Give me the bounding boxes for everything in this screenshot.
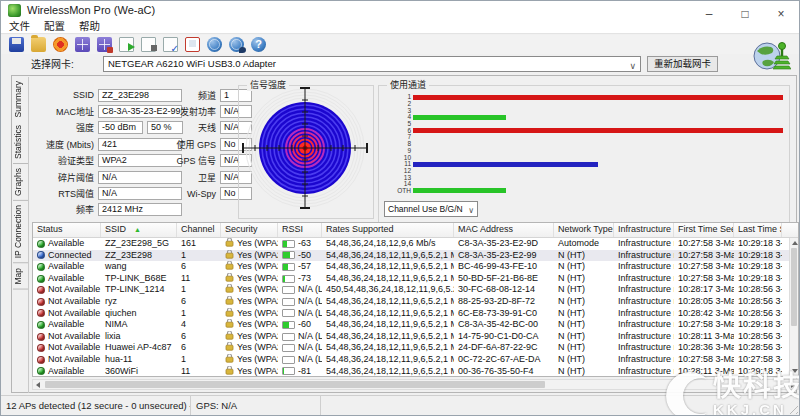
cell-network-type: N (HT) <box>554 331 614 343</box>
reload-adapter-button[interactable]: 重新加载网卡 <box>647 56 718 72</box>
cell-ssid: ryz <box>101 296 177 308</box>
minimize-button[interactable]: – <box>691 1 727 27</box>
cell-mac: C8-3A-35-42-BC-00 <box>454 319 554 331</box>
save-icon[interactable] <box>9 37 24 52</box>
channel-use-select[interactable]: Channel Use B/G/N ∨ <box>384 201 478 217</box>
tab-statistics[interactable]: Statistics <box>13 121 28 164</box>
rssi-text: N/A (L... <box>298 354 322 366</box>
table-horizontal-scrollbar[interactable] <box>32 379 799 390</box>
table-row[interactable]: Not Availableryz6Yes (WPA2)N/A (L...54,4… <box>33 296 798 308</box>
table-row[interactable]: AvailableNIMA4Yes (WPA2)-6054,48,36,24,1… <box>33 319 798 331</box>
cell-status: Not Available <box>33 284 101 296</box>
cell-channel: 6 <box>177 261 221 273</box>
column-header-rates-supported[interactable]: Rates Supported <box>322 223 454 237</box>
cell-rates: 54,48,36,24,18,12,11,9,6,5.2,1 Mb/s <box>322 308 454 320</box>
cell-rates: 54,48,36,24,18,12,11,9,6,5.2,1 Mb/s <box>322 342 454 354</box>
export-icon[interactable] <box>119 37 134 52</box>
rssi-bar-icon <box>282 356 295 364</box>
adapter-select[interactable]: NETGEAR A6210 WiFi USB3.0 Adapter ∨ <box>103 56 641 72</box>
cell-mac: 30-FC-68-08-12-14 <box>454 284 554 296</box>
column-header-network-type[interactable]: Network Type <box>554 223 614 237</box>
lock-icon <box>225 284 234 296</box>
cell-channel: 6 <box>177 296 221 308</box>
security-text: Yes (WPA2) <box>237 238 278 250</box>
tab-graphs[interactable]: Graphs <box>13 164 28 201</box>
field-label-fragment-threshold: 碎片阈值 <box>32 171 94 184</box>
cell-first-seen: 10:27:58 3-May-... <box>674 250 734 262</box>
column-header-first-time-seen[interactable]: First Time Seen <box>674 223 734 237</box>
cell-rates: 54,48,36,24,18,12,11,9,6,5.2,1 Mb/s <box>322 366 454 377</box>
table-row[interactable]: Not AvailableHuawei AP-4c876Yes (WPA2)N/… <box>33 342 798 354</box>
column-header-ssid[interactable]: SSID▲ <box>101 223 177 237</box>
table-row[interactable]: Not Availableqiuchen1Yes (WPA2)N/A (L...… <box>33 308 798 320</box>
window-controls: –□× <box>691 1 799 27</box>
menu-item-file[interactable]: 文件 <box>9 20 30 33</box>
maximize-button[interactable]: □ <box>727 1 763 27</box>
tab-summary[interactable]: Summary <box>13 77 28 121</box>
graph-icon[interactable] <box>75 37 90 52</box>
security-text: Yes (WPA2) <box>237 331 278 343</box>
tab-map[interactable]: Map <box>13 264 28 290</box>
security-text: Yes (WPA2) <box>237 296 278 308</box>
table-row[interactable]: Not Availablehua-111Yes (WPA2)N/A (L...5… <box>33 354 798 366</box>
web-icon[interactable] <box>207 37 222 52</box>
cell-status: Available <box>33 273 101 285</box>
table-row[interactable]: Available360WiFi11Yes (WPA2)-8154,48,36,… <box>33 366 798 377</box>
cell-first-seen: 10:28:17 3-May-... <box>674 284 734 296</box>
status-dot-red <box>37 344 45 352</box>
table-row[interactable]: AvailableTP-LINK_B68E11Yes (WPA2)-7354,4… <box>33 273 798 285</box>
tab-ip-connection[interactable]: IP Connection <box>13 201 28 263</box>
title-bar: WirelessMon Pro (We-aC) <box>1 1 799 20</box>
rssi-bar-icon <box>282 298 295 306</box>
open-icon[interactable] <box>31 37 46 52</box>
cell-channel: 1 <box>177 284 221 296</box>
device-icon[interactable] <box>185 37 200 52</box>
cell-infrastructure: Infrastructure mo... <box>614 342 674 354</box>
table-row[interactable]: Availablewang6Yes (WPA2)-5754,48,36,24,1… <box>33 261 798 273</box>
cell-security: Yes (WPA2) <box>221 284 278 296</box>
rssi-text: N/A (L... <box>298 284 322 296</box>
menu-item-config[interactable]: 配置 <box>44 20 65 33</box>
column-header-infrastructure[interactable]: Infrastructure <box>614 223 674 237</box>
channel-row-13: 13 <box>383 174 783 181</box>
status-text: Available <box>48 261 84 273</box>
web2-icon[interactable] <box>229 37 244 52</box>
rssi-text: -73 <box>298 273 311 285</box>
table-row[interactable]: ConnectedZZ_23E2981Yes (WPA2)-5054,48,36… <box>33 250 798 262</box>
column-header-mac-address[interactable]: MAC Address <box>454 223 554 237</box>
cell-status: Connected <box>33 250 101 262</box>
column-header-status[interactable]: Status <box>33 223 101 237</box>
lock-icon <box>225 331 234 343</box>
column-header-channel[interactable]: Channel <box>177 223 221 237</box>
cell-status: Available <box>33 238 101 250</box>
lock-icon <box>225 308 234 320</box>
cell-ssid: qiuchen <box>101 308 177 320</box>
column-header-rssi[interactable]: RSSI <box>278 223 322 237</box>
rssi-text: N/A (L... <box>298 296 322 308</box>
security-text: Yes (WPA2) <box>237 261 278 273</box>
table-row[interactable]: Not Availablelixia6Yes (WPA2)N/A (L...54… <box>33 331 798 343</box>
column-header-last-time-seen[interactable]: Last Time Seen <box>734 223 782 237</box>
help-icon[interactable] <box>251 37 266 52</box>
table-vertical-scrollbar[interactable] <box>789 238 798 376</box>
cell-network-type: N (HT) <box>554 319 614 331</box>
rssi-text: N/A (L... <box>298 342 322 354</box>
record-icon[interactable] <box>53 37 68 52</box>
field-row-strength: 强度-50 dBm50 % <box>32 120 184 136</box>
column-header-security[interactable]: Security <box>221 223 278 237</box>
export2-icon[interactable] <box>141 37 156 52</box>
verify-icon[interactable] <box>163 37 178 52</box>
lock-icon <box>225 366 234 377</box>
menu-item-help[interactable]: 帮助 <box>79 20 100 33</box>
table-row[interactable]: AvailableZZ_23E298_5G161Yes (WPA2)-6354,… <box>33 238 798 250</box>
channel-bar-area <box>413 95 783 100</box>
rssi-bar-icon <box>282 333 295 341</box>
close-button[interactable]: × <box>763 1 799 27</box>
table-row[interactable]: Not AvailableTP-LINK_12141Yes (WPA2)N/A … <box>33 284 798 296</box>
field-row-speed: 速度 (Mbits)421 <box>32 136 184 152</box>
security-text: Yes (WPA2) <box>237 319 278 331</box>
graph2-icon[interactable] <box>97 37 112 52</box>
cell-security: Yes (WPA2) <box>221 238 278 250</box>
status-text: Not Available <box>48 308 100 320</box>
status-dot-green <box>37 240 45 248</box>
